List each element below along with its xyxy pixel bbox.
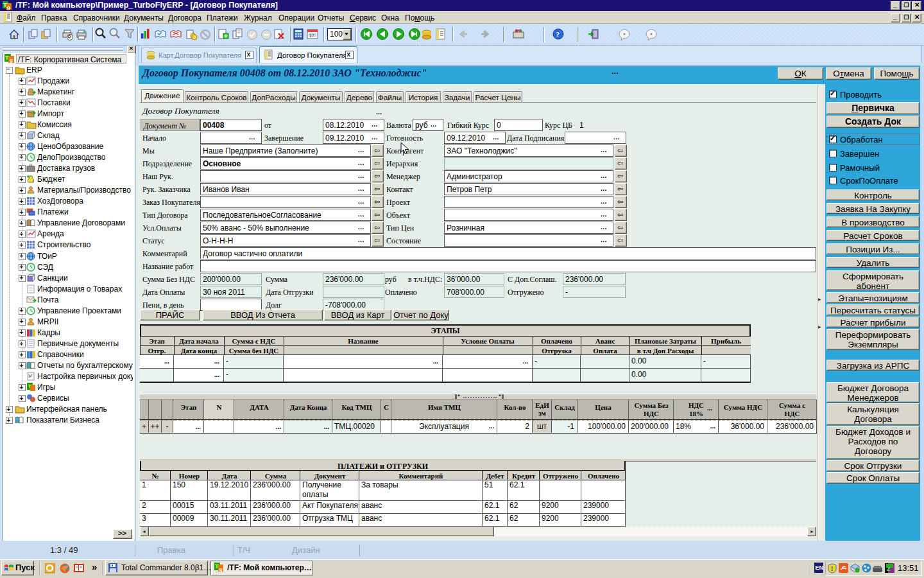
svg-text:Z: Z (887, 566, 891, 572)
svg-text:17: 17 (309, 33, 314, 38)
svg-text:T: T (28, 383, 31, 389)
svg-text:g: g (219, 566, 223, 572)
svg-text:!: ! (831, 565, 833, 572)
svg-text:T: T (5, 55, 9, 61)
svg-text:?: ? (556, 30, 560, 38)
svg-text:g: g (7, 4, 10, 10)
svg-text:g: g (10, 57, 13, 63)
svg-text:T: T (215, 563, 219, 570)
